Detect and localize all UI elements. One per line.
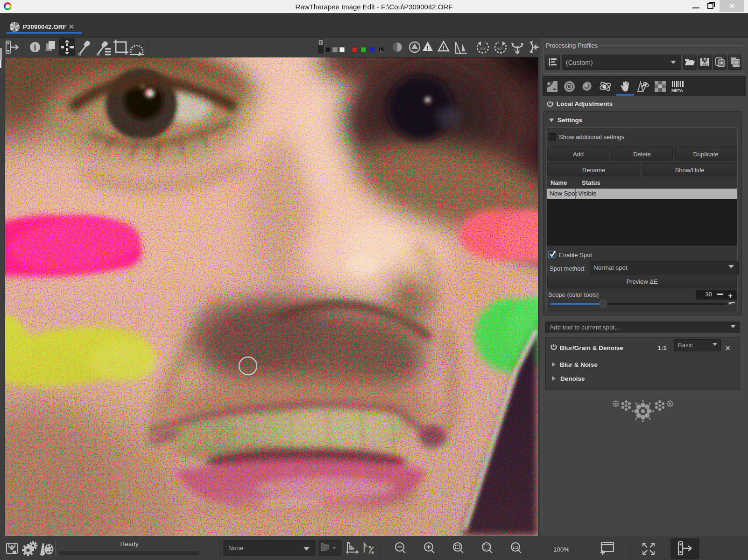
svg-text:!: ! [427,44,429,51]
svg-text:90°: 90° [480,47,486,51]
svg-text:Ready: Ready [120,540,138,547]
svg-text:100%: 100% [553,546,570,553]
svg-text:i: i [34,43,36,52]
svg-text:T: T [319,41,322,45]
svg-text:!: ! [443,44,445,51]
svg-text:META: META [671,88,683,93]
svg-text:None: None [228,545,243,552]
svg-text:L: L [380,48,382,53]
svg-text:1:1: 1:1 [513,545,519,550]
svg-text:90°: 90° [497,47,503,51]
